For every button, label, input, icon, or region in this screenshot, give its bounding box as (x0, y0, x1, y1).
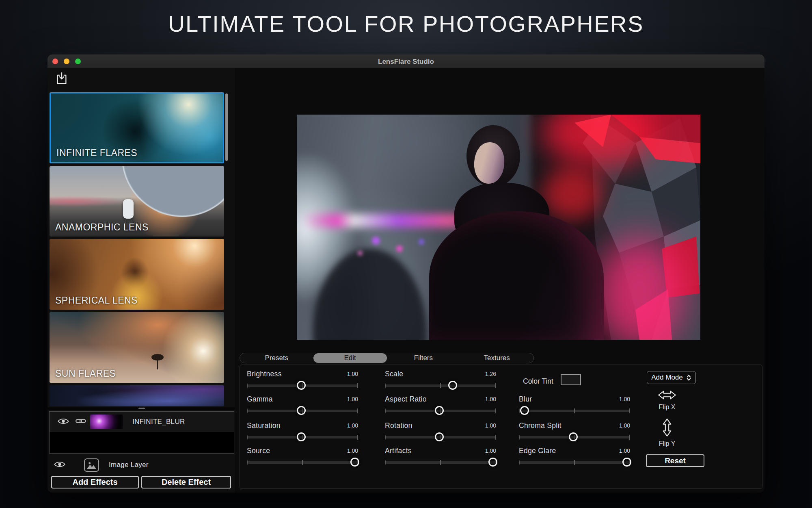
effect-layer-row[interactable]: INFINITE_BLUR (50, 412, 234, 432)
edited-image[interactable] (297, 115, 700, 340)
slider-brightness: Brightness 1.00 (247, 370, 358, 392)
app-window: LensFlare Studio Right-click to drag ima… (48, 54, 764, 493)
screenshot-root: ULTIMATE TOOL FOR PHOTOGRAPHERS LensFlar… (0, 0, 812, 508)
slider-knob[interactable] (297, 432, 306, 441)
slider-track[interactable] (385, 436, 496, 439)
reset-button[interactable]: Reset (646, 454, 704, 467)
preset-label: SUN FLARES (55, 368, 116, 379)
flip-y-icon (661, 418, 673, 437)
preset-label: INFINITE FLARES (56, 148, 137, 158)
slider-track[interactable] (247, 436, 358, 439)
flip-x-label: Flip X (649, 404, 685, 411)
flip-x-icon (657, 389, 677, 401)
effect-layer-name: INFINITE_BLUR (132, 418, 185, 426)
slider-chroma-split: Chroma Split 1.00 (519, 421, 630, 443)
image-layer-icon (84, 458, 99, 472)
slider-value: 1.00 (619, 447, 630, 454)
preset-thumbnail (50, 385, 224, 406)
panel-divider (48, 407, 235, 410)
slider-knob[interactable] (569, 432, 578, 441)
slider-value: 1.00 (347, 396, 358, 402)
slider-knob[interactable] (448, 381, 457, 390)
window-title: LensFlare Studio (48, 58, 764, 66)
slider-knob[interactable] (297, 406, 306, 415)
tab-filters[interactable]: Filters (387, 353, 460, 363)
eye-icon[interactable] (54, 461, 65, 469)
slider-knob[interactable] (350, 458, 359, 467)
image-layer-row[interactable]: Image Layer (48, 457, 234, 473)
slider-knob[interactable] (297, 381, 306, 390)
tab-textures[interactable]: Textures (460, 353, 533, 363)
slider-edge-glare: Edge Glare 1.00 (519, 447, 630, 469)
color-tint-label: Color Tint (523, 377, 553, 386)
slider-track[interactable] (247, 461, 358, 464)
slider-track[interactable] (385, 461, 496, 464)
preset-item-partial[interactable] (50, 385, 224, 406)
preset-label: SPHERICAL LENS (55, 295, 138, 306)
add-mode-dropdown[interactable]: Add Mode (647, 371, 696, 384)
slider-label: Chroma Split (519, 421, 561, 430)
presets-scrollbar[interactable] (225, 93, 228, 161)
preset-item-spherical-lens[interactable]: SPHERICAL LENS (50, 239, 224, 310)
slider-value: 1.00 (485, 396, 496, 402)
slider-knob[interactable] (622, 458, 631, 467)
image-layer-name: Image Layer (109, 461, 149, 469)
tab-presets[interactable]: Presets (240, 353, 313, 363)
controls-tab-bar: Presets Edit Filters Textures (240, 353, 534, 363)
slider-knob[interactable] (435, 432, 444, 441)
slider-label: Source (247, 447, 270, 455)
preset-item-anamorphic-lens[interactable]: ANAMORPHIC LENS (50, 166, 224, 237)
slider-value: 1.00 (485, 447, 496, 454)
slider-source: Source 1.00 (247, 447, 358, 469)
slider-label: Rotation (385, 421, 412, 430)
slider-label: Artifacts (385, 447, 412, 455)
tab-edit[interactable]: Edit (313, 353, 387, 363)
effect-thumbnail (90, 415, 123, 429)
slider-aspect-ratio: Aspect Ratio 1.00 (385, 395, 496, 417)
slider-value: 1.00 (619, 396, 630, 402)
preset-label: ANAMORPHIC LENS (55, 222, 149, 233)
slider-label: Blur (519, 395, 532, 404)
slider-track[interactable] (385, 410, 496, 412)
slider-value: 1.00 (347, 422, 358, 429)
slider-track[interactable] (519, 436, 630, 439)
slider-track[interactable] (247, 384, 358, 387)
slider-value: 1.00 (347, 447, 358, 454)
slider-value: 1.00 (619, 422, 630, 429)
add-mode-label: Add Mode (651, 373, 683, 382)
divider-grip[interactable] (138, 408, 145, 409)
slider-blur: Blur 1.00 (519, 395, 630, 417)
titlebar: LensFlare Studio (48, 54, 764, 68)
slider-rotation: Rotation 1.00 (385, 421, 496, 443)
flip-y-label: Flip Y (649, 440, 685, 447)
color-tint-swatch[interactable] (561, 374, 581, 385)
slider-label: Edge Glare (519, 447, 556, 455)
import-icon[interactable] (56, 72, 68, 87)
slider-artifacts: Artifacts 1.00 (385, 447, 496, 469)
slider-label: Brightness (247, 370, 282, 378)
slider-knob[interactable] (520, 406, 529, 415)
delete-effect-button[interactable]: Delete Effect (141, 476, 231, 488)
preset-item-infinite-flares[interactable]: INFINITE FLARES (50, 92, 224, 163)
slider-track[interactable] (519, 461, 630, 464)
slider-track[interactable] (385, 384, 496, 387)
add-effects-button[interactable]: Add Effects (51, 476, 139, 488)
slider-track[interactable] (247, 410, 358, 412)
slider-gamma: Gamma 1.00 (247, 395, 358, 417)
slider-value: 1.26 (485, 371, 496, 377)
eye-icon[interactable] (58, 418, 69, 426)
slider-knob[interactable] (488, 458, 497, 467)
slider-value: 1.00 (347, 371, 358, 377)
slider-label: Gamma (247, 395, 273, 404)
link-icon[interactable] (76, 418, 86, 426)
slider-track[interactable] (519, 410, 630, 412)
slider-knob[interactable] (435, 406, 444, 415)
flip-y-button[interactable]: Flip Y (649, 418, 685, 447)
slider-label: Saturation (247, 421, 281, 430)
page-title: ULTIMATE TOOL FOR PHOTOGRAPHERS (0, 11, 812, 37)
preset-item-sun-flares[interactable]: SUN FLARES (50, 312, 224, 383)
effect-layer-box: INFINITE_BLUR (49, 411, 234, 454)
slider-value: 1.00 (485, 422, 496, 429)
slider-scale: Scale 1.26 (385, 370, 496, 392)
flip-x-button[interactable]: Flip X (649, 389, 685, 411)
